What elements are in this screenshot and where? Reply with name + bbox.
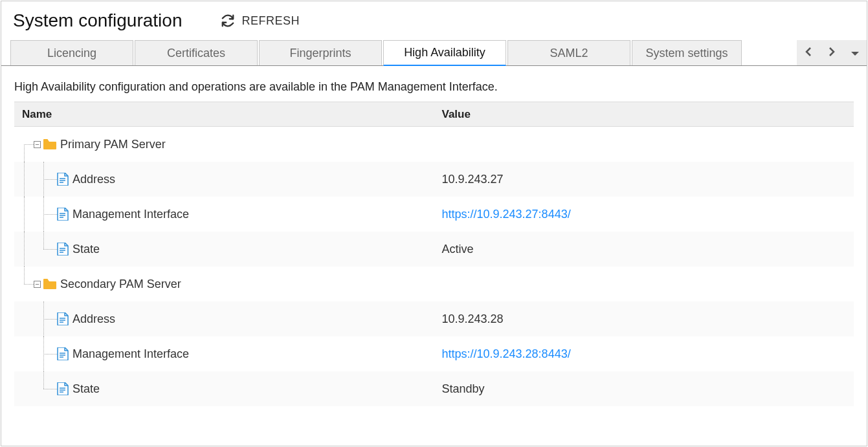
col-header-name[interactable]: Name: [14, 102, 434, 127]
document-icon: [57, 347, 69, 360]
tab-description: High Availability configuration and oper…: [1, 66, 867, 102]
refresh-icon: [221, 14, 235, 28]
table-row: − Primary PAM Server: [14, 127, 854, 162]
folder-icon: [43, 279, 56, 289]
tab-label: System settings: [645, 47, 728, 60]
tree-item-label: Management Interface: [72, 347, 189, 361]
document-icon: [57, 243, 69, 256]
caret-down-icon: [851, 47, 860, 60]
tab-certificates[interactable]: Certificates: [135, 40, 258, 65]
tab-fingerprints[interactable]: Fingerprints: [259, 40, 382, 65]
tab-label: Fingerprints: [289, 47, 351, 60]
tab-nav: [797, 40, 867, 65]
tree-item-label: Address: [72, 173, 115, 186]
tab-scroll-right-button[interactable]: [820, 40, 843, 66]
col-header-value[interactable]: Value: [434, 102, 854, 127]
tab-bar: Licencing Certificates Fingerprints High…: [1, 40, 867, 66]
tree-item-label: Address: [72, 312, 115, 326]
chevron-left-icon: [805, 47, 812, 60]
tab-high-availability[interactable]: High Availability: [383, 40, 506, 66]
chevron-right-icon: [828, 47, 836, 60]
tab-licencing[interactable]: Licencing: [10, 40, 133, 65]
refresh-button[interactable]: REFRESH: [221, 14, 300, 28]
tab-scroll-left-button[interactable]: [797, 40, 820, 66]
page-header: System configuration REFRESH: [1, 1, 867, 40]
tree-group-label: Primary PAM Server: [60, 138, 166, 151]
refresh-label: REFRESH: [241, 14, 300, 28]
document-icon: [57, 173, 69, 186]
document-icon: [57, 312, 69, 325]
table-row: Management Interface https://10.9.243.27…: [14, 197, 854, 232]
management-interface-link[interactable]: https://10.9.243.28:8443/: [442, 347, 571, 360]
tab-saml2[interactable]: SAML2: [507, 40, 630, 65]
tab-label: SAML2: [550, 47, 588, 60]
tab-label: Licencing: [47, 47, 96, 60]
tree-item-label: Management Interface: [72, 208, 189, 221]
tab-overflow-dropdown[interactable]: [843, 40, 867, 66]
document-icon: [57, 382, 69, 395]
tree-item-value: Active: [442, 243, 474, 256]
tree-item-value: Standby: [442, 382, 485, 395]
tree-item-value: 10.9.243.28: [442, 312, 504, 325]
table-row: State Active: [14, 232, 854, 267]
tree-item-label: State: [72, 243, 100, 256]
tree-item-value: 10.9.243.27: [442, 173, 504, 186]
tab-label: Certificates: [167, 47, 225, 60]
ha-config-table: Name Value − Primar: [14, 102, 854, 406]
page-container: System configuration REFRESH Licencing C…: [1, 1, 867, 446]
management-interface-link[interactable]: https://10.9.243.27:8443/: [442, 208, 571, 221]
tab-system-settings[interactable]: System settings: [632, 40, 742, 65]
tab-label: High Availability: [404, 46, 485, 60]
table-row: Address 10.9.243.27: [14, 162, 854, 197]
page-title: System configuration: [13, 10, 182, 31]
tree-group-label: Secondary PAM Server: [60, 278, 181, 291]
table-row: Address 10.9.243.28: [14, 301, 854, 336]
table-row: − Secondary PAM Server: [14, 267, 854, 301]
tree-collapse-toggle[interactable]: −: [34, 141, 41, 148]
tree-item-label: State: [72, 382, 100, 396]
tree-collapse-toggle[interactable]: −: [34, 281, 41, 288]
table-row: State Standby: [14, 371, 854, 406]
folder-icon: [43, 139, 56, 149]
document-icon: [57, 208, 69, 221]
table-row: Management Interface https://10.9.243.28…: [14, 336, 854, 371]
